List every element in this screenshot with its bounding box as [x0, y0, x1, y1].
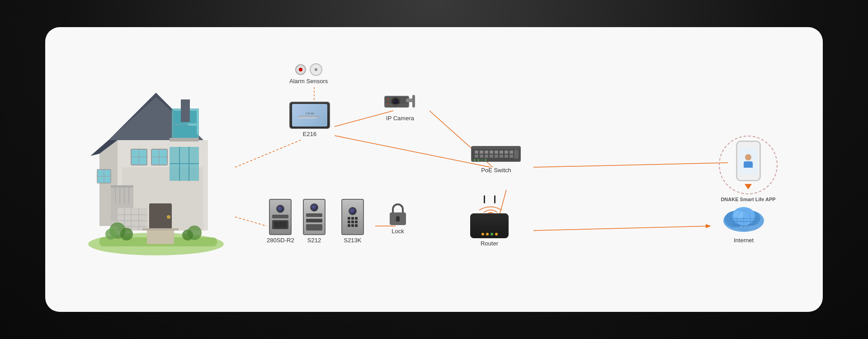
poe-switch-label: PoE Switch: [481, 167, 511, 174]
app-arrow-down: [745, 184, 752, 189]
station-s212-strip2: [306, 219, 322, 222]
svg-rect-81: [505, 151, 508, 154]
key-2: [351, 217, 354, 220]
e216-screen-text: 5:30 AM: [298, 112, 321, 118]
svg-rect-77: [485, 151, 488, 154]
svg-point-91: [474, 159, 476, 161]
svg-rect-95: [514, 150, 519, 159]
poe-switch-device: PoE Switch: [470, 142, 522, 174]
svg-rect-68: [412, 95, 415, 108]
router-leds: [481, 233, 498, 235]
lock-keyhole: [396, 216, 400, 221]
house-illustration: [72, 50, 240, 267]
phone-screen: [739, 147, 758, 174]
station-280-label: 280SD-R2: [267, 237, 294, 244]
station-280-device: 280SD-R2: [267, 199, 294, 244]
e216-device: 5:30 AM E216: [289, 102, 330, 137]
router-led-3: [491, 233, 493, 235]
station-s212-device: S212: [303, 199, 326, 244]
station-280-strip: [272, 215, 288, 218]
ipcam-icon: [380, 90, 420, 113]
station-280-lens: [276, 205, 284, 213]
station-s213k-icon: [341, 199, 364, 235]
svg-rect-89: [505, 155, 508, 158]
router-label: Router: [481, 240, 498, 247]
key-6: [355, 221, 358, 223]
svg-rect-87: [495, 155, 498, 158]
alarm-sensors-label: Alarm Sensors: [289, 78, 328, 85]
svg-point-66: [394, 100, 396, 102]
phone-icon: [736, 141, 761, 181]
station-s212-button: [306, 213, 322, 217]
ipcam-device: IP Camera: [380, 90, 420, 122]
poe-switch-icon: [470, 142, 522, 165]
key-5: [351, 221, 354, 223]
wifi-arcs: [470, 201, 511, 215]
svg-rect-76: [480, 151, 483, 154]
svg-rect-74: [472, 147, 520, 149]
svg-rect-20: [174, 126, 197, 138]
router-led-1: [481, 233, 484, 235]
svg-rect-56: [170, 138, 199, 141]
svg-point-51: [120, 228, 133, 240]
key-1: [348, 217, 350, 220]
svg-rect-78: [490, 151, 493, 154]
station-s213k-lens: [349, 207, 357, 215]
svg-line-0: [235, 140, 301, 167]
router-icon: [470, 203, 509, 238]
key-8: [351, 224, 354, 227]
lock-icon: [389, 203, 407, 226]
phone-person: [743, 154, 754, 168]
main-diagram-card: Alarm Sensors 5:30 AM E216: [45, 27, 823, 312]
svg-point-52: [105, 229, 116, 240]
station-s213k-keypad: [348, 217, 358, 227]
key-7: [348, 224, 350, 227]
key-3: [355, 217, 358, 220]
svg-point-92: [477, 159, 479, 161]
svg-rect-30: [111, 185, 133, 188]
svg-point-69: [387, 99, 389, 100]
e216-icon: 5:30 AM: [289, 102, 330, 129]
svg-line-1: [235, 217, 267, 226]
station-s212-lens: [310, 203, 318, 212]
dnake-app-circle: [719, 136, 778, 194]
svg-rect-49: [142, 228, 179, 231]
station-280-icon: [269, 199, 292, 235]
key-4: [348, 221, 350, 223]
lock-arch: [392, 203, 404, 212]
key-9: [355, 224, 358, 227]
svg-rect-83: [475, 155, 478, 158]
svg-rect-79: [495, 151, 498, 154]
station-s212-icon: [303, 199, 326, 235]
svg-point-94: [485, 159, 486, 161]
lock-label: Lock: [392, 228, 404, 235]
station-280-reader: [272, 220, 288, 229]
house-svg: [72, 50, 240, 267]
lock-device: Lock: [389, 203, 407, 235]
router-body: [470, 213, 509, 238]
dnake-app-device: DNAKE Smart Life APP: [719, 136, 778, 202]
lock-body: [390, 212, 406, 225]
svg-point-36: [167, 215, 170, 219]
svg-rect-75: [475, 151, 478, 154]
station-s212-label: S212: [307, 237, 321, 244]
internet-label: Internet: [734, 237, 754, 244]
ipcam-label: IP Camera: [386, 115, 414, 122]
svg-rect-71: [385, 104, 408, 106]
svg-point-100: [734, 211, 745, 218]
svg-rect-48: [147, 231, 174, 244]
svg-rect-55: [181, 99, 190, 122]
internet-icon: [719, 199, 769, 235]
station-s212-lower: [306, 224, 322, 231]
svg-rect-90: [509, 155, 513, 158]
e216-label: E216: [303, 131, 316, 137]
svg-point-93: [481, 159, 483, 161]
svg-rect-82: [509, 151, 513, 154]
router-device: Router: [470, 203, 509, 247]
internet-device: Internet: [719, 199, 769, 244]
svg-rect-84: [480, 155, 483, 158]
svg-rect-86: [490, 155, 493, 158]
svg-point-54: [182, 230, 193, 240]
station-s213k-label: S213K: [344, 237, 361, 244]
alarm-sensor-icon: [295, 63, 322, 76]
